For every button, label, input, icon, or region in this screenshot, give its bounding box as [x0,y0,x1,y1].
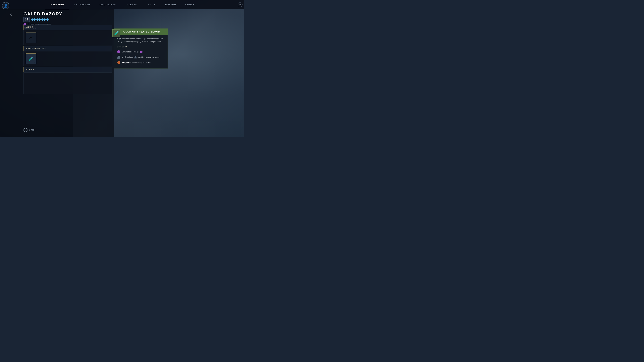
effect-suspicion: Suspicion increases by 10 points. [117,61,165,64]
items-header: ITEMS [24,67,112,72]
back-button[interactable]: ○ BACK [24,128,36,132]
nav-item-character[interactable]: CHARACTER [70,0,95,9]
gear-item-icon: ✂ [29,35,33,40]
dominate-effect-text: + 1 Dominate point for the current scene… [122,56,160,58]
nav-item-talents[interactable]: TALENTS [121,0,142,9]
tooltip-body: A gift from the Prince, from her "person… [114,35,168,68]
gear-slot-1[interactable]: ✂ [26,32,36,43]
nav-item-inventory[interactable]: INVENTORY [45,0,70,9]
items-content [24,72,112,94]
nav-item-disciplines[interactable]: DISCIPLINES [95,0,120,9]
nav-item-traits[interactable]: TRAITS [142,0,160,9]
effect-hunger: Eliminates 3 Hunger [117,50,165,54]
profile-button[interactable]: 👤 [2,2,10,9]
close-button[interactable]: ✕ [9,12,12,17]
effects-label: EFFECTS [117,45,165,48]
level-pips [31,18,48,21]
consumable-item-icon: 🧪 [28,56,34,61]
nav-bar: 👤 LB INVENTORY CHARACTER DISCIPLINES TAL… [0,0,244,9]
pip-7 [46,18,49,21]
gear-section: GEAR ✂ [24,25,112,45]
suspicion-effect-icon [117,61,120,64]
nav-item-boston[interactable]: BOSTON [160,0,180,9]
tooltip-title: POUCH OF TREATED BLOOD [117,30,165,33]
back-label: BACK [29,129,36,131]
character-level-row: 15 [24,17,62,22]
tooltip-header: POUCH OF TREATED BLOOD [114,28,168,35]
consumables-section: CONSUMABLES 🧪 1 [24,46,112,66]
hunger-dot-icon [117,50,120,53]
effect-dominate: + 1 Dominate point for the current scene… [117,55,165,59]
suspicion-dot-icon [117,61,120,64]
hunger-effect-text: Eliminates 3 Hunger [122,50,142,53]
tooltip-panel: 🧪 POUCH OF TREATED BLOOD A gift from the… [114,28,168,68]
back-circle-icon: ○ [24,128,28,132]
consumables-content: 🧪 1 [24,51,112,66]
dominate-inline-icon [134,56,137,58]
consumable-slot-1[interactable]: 🧪 1 [26,53,36,64]
nav-items: INVENTORY CHARACTER DISCIPLINES TALENTS … [7,0,238,9]
hunger-effect-icon [117,50,120,54]
nav-right-button[interactable]: RB [238,2,242,7]
gear-header: GEAR [24,25,112,30]
gear-content: ✂ [24,30,112,45]
tooltip-header-wrap: 🧪 POUCH OF TREATED BLOOD [114,28,168,35]
right-bumper-icon: RB [239,3,242,6]
hunger-inline-icon [140,51,142,53]
suspicion-effect-text: Suspicion increases by 10 points. [122,61,152,64]
consumables-header: CONSUMABLES [24,46,112,51]
dominate-shape-icon [117,56,120,59]
tooltip-item-icon: 🧪 [112,29,120,37]
nav-item-codex[interactable]: CODEX [180,0,199,9]
character-level: 15 [24,17,30,22]
dominate-effect-icon [117,55,120,59]
profile-icon: 👤 [4,4,8,8]
tooltip-description: A gift from the Prince, from her "person… [117,37,165,43]
suspicion-label: Suspicion [122,61,131,63]
consumable-count: 1 [34,61,36,63]
sections-container: GEAR ✂ CONSUMABLES 🧪 1 ITEMS [24,25,112,95]
circle-btn-icon: ○ [25,129,26,131]
close-icon: ✕ [9,12,12,17]
items-section: ITEMS [24,67,112,94]
character-name: GALEB BAZORY [24,11,62,16]
